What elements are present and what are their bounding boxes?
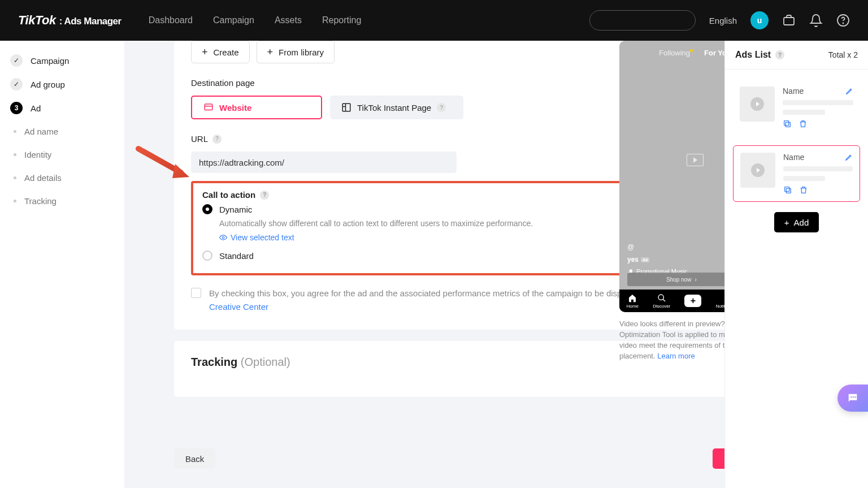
at-symbol: @ — [627, 243, 687, 251]
tab-home[interactable]: Home — [627, 293, 639, 309]
substep-tracking-label: Tracking — [24, 196, 57, 206]
svg-point-22 — [854, 396, 856, 398]
svg-rect-3 — [205, 104, 212, 110]
svg-rect-15 — [785, 122, 790, 127]
learn-more-link[interactable]: Learn more — [657, 352, 695, 360]
check-icon: ✓ — [10, 54, 23, 67]
topbar: TikTok : Ads Manager Dashboard Campaign … — [0, 0, 868, 41]
skeleton — [783, 100, 853, 105]
create-button[interactable]: +Create — [191, 41, 250, 63]
substep-adname[interactable]: Ad name — [0, 120, 124, 143]
step-ad[interactable]: 3 Ad — [0, 96, 124, 120]
nav-reporting[interactable]: Reporting — [322, 15, 361, 25]
ad-list-item-1[interactable]: Name — [733, 80, 860, 135]
help-icon[interactable]: ? — [775, 50, 784, 59]
trash-icon — [799, 185, 808, 195]
cta-standard-label: Standard — [219, 251, 254, 261]
nav-campaign[interactable]: Campaign — [213, 15, 254, 25]
step-adgroup[interactable]: ✓ Ad group — [0, 72, 124, 96]
chat-icon — [847, 392, 859, 404]
following-tab[interactable]: Following — [659, 49, 693, 57]
url-input[interactable]: https://adtracking.com/ — [191, 152, 457, 173]
topbar-right: English u — [589, 10, 850, 31]
substep-identity[interactable]: Identity — [0, 143, 124, 166]
briefcase-icon[interactable] — [782, 14, 796, 27]
ad-thumb[interactable] — [740, 87, 775, 122]
language-selector[interactable]: English — [709, 16, 737, 25]
svg-rect-0 — [784, 18, 794, 25]
logo-main: TikTok — [18, 13, 56, 28]
svg-point-21 — [853, 396, 854, 398]
substep-addetails[interactable]: Ad details — [0, 166, 124, 189]
top-nav: Dashboard Campaign Assets Reporting — [149, 15, 362, 25]
search-icon — [657, 293, 666, 303]
edit-button[interactable] — [845, 153, 853, 161]
copy-button[interactable] — [783, 119, 792, 128]
help-icon[interactable] — [836, 14, 850, 27]
create-label: Create — [214, 47, 239, 57]
footer: Back Submit — [174, 429, 780, 488]
svg-rect-16 — [784, 121, 789, 126]
svg-point-11 — [658, 295, 663, 300]
help-icon[interactable]: ? — [437, 103, 446, 112]
copy-icon — [783, 119, 792, 128]
step-adgroup-label: Ad group — [31, 80, 65, 89]
add-ad-button[interactable]: +Add — [774, 212, 819, 232]
main-area: +Create +From library Destination page W… — [124, 41, 780, 488]
instant-page-icon — [341, 102, 351, 113]
tab-discover[interactable]: Discover — [653, 293, 670, 309]
tab-add[interactable]: + — [684, 295, 701, 307]
bell-icon[interactable] — [809, 14, 823, 27]
substep-identity-label: Identity — [24, 150, 51, 159]
from-library-button[interactable]: +From library — [257, 41, 335, 63]
edit-button[interactable] — [845, 87, 853, 95]
chevron-right-icon: › — [695, 277, 697, 283]
phone-info: @ yesAd Promotional Music — [627, 243, 687, 275]
ad-badge: Ad — [641, 257, 649, 262]
step-ad-number: 3 — [10, 102, 23, 114]
view-selected-text-link[interactable]: View selected text — [219, 233, 294, 242]
trash-icon — [798, 119, 808, 128]
nav-dashboard[interactable]: Dashboard — [149, 15, 193, 25]
skeleton — [783, 110, 825, 115]
delete-button[interactable] — [799, 185, 808, 195]
logo-sub: : Ads Manager — [59, 16, 121, 27]
website-label: Website — [219, 103, 251, 113]
nav-assets[interactable]: Assets — [275, 15, 302, 25]
chat-fab[interactable] — [837, 385, 868, 412]
back-button[interactable]: Back — [174, 448, 215, 469]
ad-thumb[interactable] — [740, 153, 775, 188]
ad-meta: Name — [783, 87, 853, 128]
left-sidebar: ✓ Campaign ✓ Ad group 3 Ad Ad name Ident… — [0, 41, 124, 488]
video-placeholder-icon — [687, 154, 704, 166]
logo[interactable]: TikTok : Ads Manager — [18, 13, 121, 28]
rail-total: Total x 2 — [828, 50, 858, 59]
substep-tracking[interactable]: Tracking — [0, 189, 124, 213]
dest-option-website[interactable]: Website — [191, 96, 322, 119]
ad-meta: Name — [783, 153, 853, 195]
content-scroll[interactable]: +Create +From library Destination page W… — [174, 41, 780, 429]
website-icon — [203, 102, 214, 113]
rail-header: Ads List? Total x 2 — [725, 41, 868, 70]
step-campaign-label: Campaign — [31, 56, 69, 66]
cta-button-preview[interactable]: Shop now› — [627, 273, 736, 286]
play-icon — [751, 163, 765, 177]
dest-option-instant[interactable]: TikTok Instant Page ? — [330, 96, 463, 119]
user-avatar[interactable]: u — [750, 11, 769, 29]
help-icon[interactable]: ? — [260, 191, 269, 200]
ad-list-item-2[interactable]: Name — [733, 145, 860, 202]
skeleton — [783, 176, 825, 181]
search-input[interactable] — [589, 10, 696, 31]
svg-point-20 — [850, 396, 852, 398]
svg-point-5 — [222, 236, 224, 239]
delete-button[interactable] — [798, 119, 808, 128]
radio-checked-icon — [202, 204, 212, 214]
consent-checkbox[interactable] — [191, 288, 201, 298]
help-icon[interactable]: ? — [212, 135, 222, 144]
yellow-dot-icon — [690, 49, 693, 52]
copy-button[interactable] — [783, 185, 792, 195]
step-ad-label: Ad — [31, 103, 41, 113]
step-campaign[interactable]: ✓ Campaign — [0, 49, 124, 72]
svg-rect-18 — [786, 188, 791, 193]
svg-rect-4 — [342, 103, 350, 111]
